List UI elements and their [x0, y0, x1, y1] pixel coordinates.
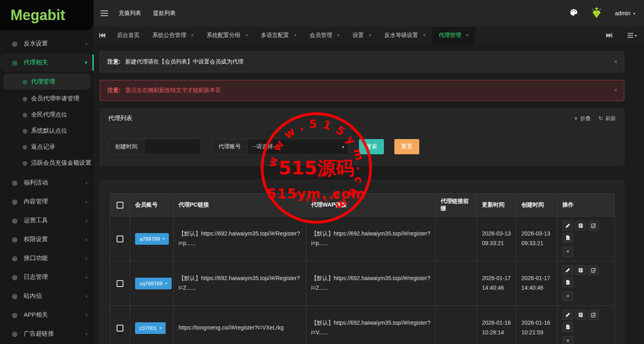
edit-button[interactable]	[562, 265, 573, 275]
tab-close-icon[interactable]: ×	[369, 33, 371, 38]
sidebar-subitem[interactable]: ◎ 返点记录	[0, 139, 94, 155]
detail-list-button[interactable]	[575, 265, 586, 275]
topnav: 充值列表 提款列表	[119, 10, 176, 17]
created-time: 2026-01-17 14:40:46	[517, 261, 558, 306]
tabs-scroll-left-icon[interactable]	[94, 27, 111, 44]
delete-button[interactable]: ×	[562, 336, 573, 344]
updated-time: 2026-01-17 14:40:46	[477, 261, 517, 306]
search-button[interactable]: 搜索	[359, 139, 384, 154]
agent-wap-link: 【默认】https://692.haiwaiym35.top//#/regist…	[306, 306, 436, 344]
account-dropdown-button[interactable]: a789789 ▾	[135, 233, 169, 245]
sidebar-item[interactable]: ◎ 接口功能 ›	[0, 249, 94, 268]
tabbar: 后台首页 系统公告管理 × 系统配置分组 × 多语言配置 × 会员管理 × 设置…	[94, 27, 644, 45]
tab[interactable]: 代理管理 ×	[432, 27, 475, 44]
tab[interactable]: 多语言配置 ×	[254, 27, 303, 44]
account-dropdown-button[interactable]: c37001 ▾	[135, 322, 166, 334]
tabs-scroll-right-icon[interactable]	[601, 33, 618, 38]
close-icon[interactable]: ×	[614, 58, 617, 66]
audit-check-button[interactable]	[588, 221, 599, 231]
col-actions: 操作	[558, 194, 615, 217]
sidebar-item-label: 运营工具	[24, 217, 48, 224]
sidebar-item[interactable]: ◎ 运营工具 ›	[0, 211, 94, 230]
tab[interactable]: 系统公告管理 ×	[146, 27, 200, 44]
close-icon[interactable]: ×	[614, 87, 617, 94]
tab-close-icon[interactable]: ×	[245, 33, 248, 38]
refresh-button[interactable]: ↻ 刷新	[599, 115, 616, 122]
sidebar-item[interactable]: ◎ 广告超链接 ›	[0, 324, 94, 343]
sidebar-subitem[interactable]: ◎ 代理管理	[3, 74, 90, 90]
collapse-button[interactable]: » 折叠	[575, 115, 591, 122]
sidebar-subitem-label: 系统默认点位	[31, 127, 67, 135]
delete-button[interactable]: ×	[562, 247, 573, 257]
file-button[interactable]	[562, 277, 573, 287]
file-button[interactable]	[562, 233, 573, 243]
sidebar-item-label: 日志管理	[24, 273, 48, 281]
tab-close-icon[interactable]: ×	[294, 33, 297, 38]
created-time: 2026-01-16 10:21:59	[517, 306, 558, 344]
sidebar-subitem[interactable]: ◎ 全民代理点位	[0, 106, 94, 123]
created-time-input[interactable]	[144, 139, 201, 154]
panel-title: 代理列表	[108, 115, 132, 122]
tabs-operations-menu[interactable]: ▾	[628, 33, 637, 38]
chevron-icon: ›	[86, 293, 87, 299]
tab-close-icon[interactable]: ×	[191, 33, 194, 38]
info-notice: 注意: 新建代理请在【会员列表】中设置会员成为代理 ×	[100, 51, 624, 72]
tab-close-icon[interactable]: ×	[466, 33, 469, 38]
sidebar-subitem[interactable]: ◎ 系统默认点位	[0, 123, 94, 139]
tab[interactable]: 系统配置分组 ×	[200, 27, 254, 44]
detail-list-button[interactable]	[575, 310, 586, 320]
edit-button[interactable]	[562, 221, 573, 231]
app-root: Megabit ◎ 反水设置 › ◎ 代理相关 ▾ ◎ 代理管理 ◎ 会员代理申…	[0, 0, 644, 344]
sidebar-item[interactable]: ◎ 权限设置 ›	[0, 230, 94, 249]
sidebar-subitem[interactable]: ◎ 活跃会员充值金额设置	[0, 155, 94, 171]
sidebar-item-label: APP相关	[24, 311, 48, 319]
sidebar-item[interactable]: ◎ 福利活动 ›	[0, 173, 94, 192]
table-row: c37001 ▾ https://tongmeng.co//#/register…	[110, 306, 615, 344]
row-checkbox[interactable]	[117, 235, 123, 242]
reset-button[interactable]: 重置	[394, 139, 419, 154]
topnav-withdraw-list[interactable]: 提款列表	[153, 10, 176, 17]
agent-account-label: 代理账号	[212, 139, 248, 154]
circle-bullet-icon: ◎	[12, 40, 17, 47]
agent-account-select[interactable]: --请选择-- ▾	[248, 139, 348, 154]
user-menu[interactable]: admin ▾	[615, 10, 635, 16]
tab-close-icon[interactable]: ×	[337, 33, 340, 38]
sidebar-item[interactable]: ◎ 日志管理 ›	[0, 268, 94, 287]
circle-bullet-icon: ◎	[12, 59, 17, 66]
sidebar-item[interactable]: ◎ 反水设置 ›	[0, 34, 94, 53]
sidebar-item[interactable]: ◎ 站内信 ›	[0, 287, 94, 305]
col-link-prefix: 代理链接前缀	[436, 194, 477, 217]
chevron-icon: ›	[86, 217, 87, 223]
updated-time: 2026-03-13 09:33:21	[477, 217, 517, 261]
sidebar-item[interactable]: ◎ APP相关 ›	[0, 305, 94, 324]
sidebar-subitem[interactable]: ◎ 会员代理申请管理	[0, 90, 94, 106]
file-button[interactable]	[562, 322, 573, 332]
avatar[interactable]	[588, 4, 605, 23]
detail-list-button[interactable]	[575, 221, 586, 231]
sidebar-item[interactable]: ◎ 内容管理 ›	[0, 192, 94, 211]
delete-button[interactable]: ×	[562, 291, 573, 301]
tab[interactable]: 后台首页	[111, 27, 146, 44]
select-all-checkbox[interactable]	[117, 202, 123, 209]
tab[interactable]: 会员管理 ×	[303, 27, 346, 44]
audit-check-button[interactable]	[588, 265, 599, 275]
sidebar-item[interactable]: ◎ 代理相关 ▾	[0, 53, 94, 72]
row-checkbox[interactable]	[117, 280, 123, 287]
tab-label: 系统公告管理	[152, 32, 186, 39]
audit-check-button[interactable]	[588, 310, 599, 320]
hamburger-menu-icon[interactable]	[100, 10, 108, 16]
tab-close-icon[interactable]: ×	[423, 33, 426, 38]
sidebar-item-label: 站内信	[24, 292, 42, 300]
topnav-recharge-list[interactable]: 充值列表	[119, 10, 141, 17]
tabs: 后台首页 系统公告管理 × 系统配置分组 × 多语言配置 × 会员管理 × 设置…	[111, 27, 475, 44]
edit-button[interactable]	[562, 310, 573, 320]
tab[interactable]: 设置 ×	[346, 27, 378, 44]
col-wap-link: 代理WAP链接	[306, 194, 436, 217]
username: admin	[615, 10, 630, 16]
chevron-icon: ›	[86, 312, 87, 318]
sidebar-item-label: 代理相关	[24, 59, 48, 66]
row-checkbox[interactable]	[117, 325, 123, 332]
theme-palette-icon[interactable]	[569, 8, 578, 18]
tab[interactable]: 反水等级设置 ×	[378, 27, 432, 44]
account-dropdown-button[interactable]: cq789789 ▾	[135, 278, 172, 289]
